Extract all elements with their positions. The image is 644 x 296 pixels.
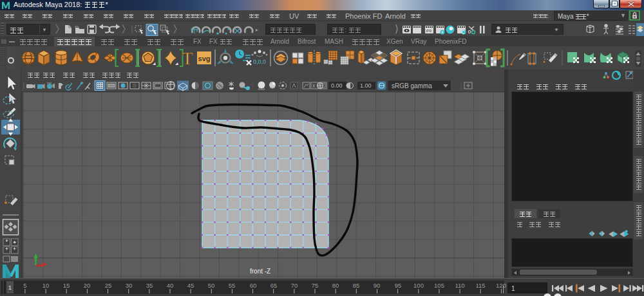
svg-text:front -Z: front -Z: [250, 268, 270, 275]
svg-text:T: T: [182, 48, 193, 68]
svg-text:IPR: IPR: [426, 29, 431, 33]
svg-text:0,0,0: 0,0,0: [253, 59, 266, 65]
svg-text:sRGB gamma: sRGB gamma: [392, 82, 432, 89]
svg-text:0.00: 0.00: [331, 82, 343, 89]
svg-text:svg: svg: [198, 55, 211, 62]
svg-text:1.00: 1.00: [360, 82, 372, 89]
